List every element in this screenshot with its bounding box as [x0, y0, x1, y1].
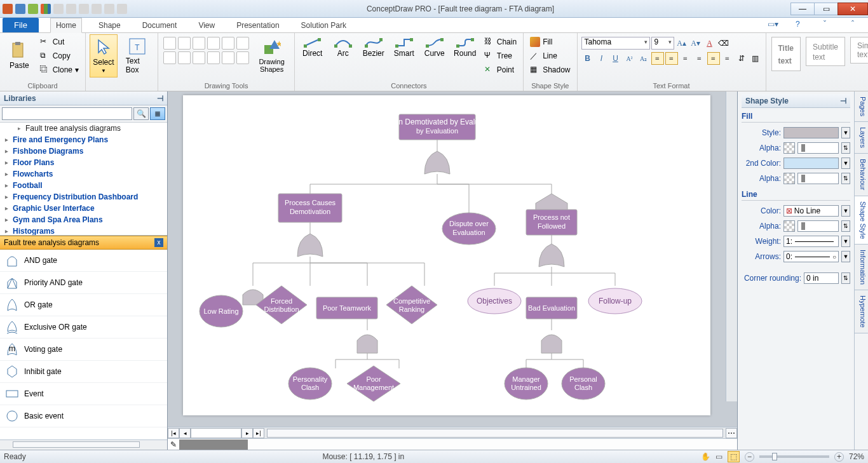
line-weight-dropdown[interactable]: ▼: [841, 236, 850, 247]
italic-button[interactable]: I: [595, 52, 608, 65]
qat-copy-icon[interactable]: [92, 4, 102, 14]
tree-item[interactable]: Football: [0, 180, 167, 191]
library-section-header[interactable]: Fault tree analysis diagrams x: [0, 236, 167, 250]
round-button[interactable]: Round: [451, 34, 479, 60]
clear-format-button[interactable]: ⌫: [717, 37, 730, 50]
line-weight[interactable]: 1:: [783, 236, 839, 247]
align-right-button[interactable]: ≡: [679, 52, 692, 65]
tab-solution-park[interactable]: Solution Park: [296, 18, 351, 32]
maximize-button[interactable]: ▭: [814, 3, 838, 15]
tree-item[interactable]: Histograms: [0, 225, 167, 236]
file-tab[interactable]: File: [3, 18, 39, 32]
zoom-out-button[interactable]: −: [745, 452, 754, 462]
line-color-dropdown[interactable]: ▼: [841, 205, 850, 217]
qat-paste-icon[interactable]: [104, 4, 114, 14]
tree-button[interactable]: ΨTree: [482, 50, 519, 62]
align-left-button[interactable]: ≡: [651, 52, 664, 65]
minimize-button[interactable]: —: [790, 3, 815, 15]
collapse-ribbon-icon[interactable]: ˇ: [824, 20, 835, 31]
fit-width-icon[interactable]: ⬚: [728, 451, 740, 462]
cut-button[interactable]: ✂Cut: [37, 36, 81, 48]
library-item-or[interactable]: OR gate: [0, 294, 167, 316]
canvas-vscroll[interactable]: [726, 91, 737, 401]
second-color-dropdown[interactable]: ▼: [841, 158, 850, 169]
zoom-in-button[interactable]: +: [834, 452, 844, 462]
paint-icon[interactable]: ✎: [170, 440, 177, 449]
library-item-basic[interactable]: Basic event: [0, 405, 167, 427]
second-alpha-slider[interactable]: [797, 173, 839, 184]
drawing-tool-grid[interactable]: [162, 34, 250, 67]
point-button[interactable]: ✕Point: [482, 64, 519, 76]
pin-icon[interactable]: ⊣: [157, 94, 163, 103]
fill-style-dropdown[interactable]: ▼: [841, 127, 850, 138]
second-color-swatch[interactable]: [783, 158, 839, 169]
app-icon[interactable]: [3, 4, 13, 14]
library-tree[interactable]: Fault tree analysis diagrams Fire and Em…: [0, 123, 167, 236]
textbox-button[interactable]: T Text Box: [120, 34, 154, 77]
library-item-pand[interactable]: Priority AND gate: [0, 272, 167, 294]
tree-item[interactable]: Flowcharts: [0, 168, 167, 180]
window-list-icon[interactable]: ▭▾: [768, 20, 779, 31]
smart-button[interactable]: Smart: [390, 34, 418, 60]
superscript-button[interactable]: A²: [623, 52, 636, 65]
list-view-button[interactable]: ≣: [150, 107, 165, 120]
tree-item[interactable]: Floor Plans: [0, 157, 167, 168]
subscript-button[interactable]: A₂: [637, 52, 650, 65]
fit-page-icon[interactable]: ▭: [715, 452, 722, 461]
corner-rounding[interactable]: 0 in: [804, 272, 839, 284]
search-button[interactable]: 🔍: [133, 107, 149, 120]
canvas-hscroll-track[interactable]: [267, 429, 723, 438]
font-color-button[interactable]: A: [703, 37, 716, 50]
rtab-pages[interactable]: Pages: [855, 91, 868, 122]
second-alpha-spin[interactable]: ⇅: [841, 173, 850, 184]
shrink-font-button[interactable]: A▾: [689, 37, 702, 50]
simple-style-button[interactable]: Simple text: [850, 37, 868, 64]
qat-grid-icon[interactable]: [41, 4, 51, 14]
sheet-next[interactable]: ▸: [241, 428, 253, 438]
line-spacing-button[interactable]: ⇵: [735, 52, 748, 65]
rtab-hypernote[interactable]: Hypernote: [855, 290, 868, 333]
grow-font-button[interactable]: A▴: [675, 37, 688, 50]
fill-button[interactable]: Fill: [527, 36, 573, 48]
hand-tool-icon[interactable]: ✋: [701, 452, 710, 461]
align-center-button[interactable]: ≡: [665, 52, 678, 65]
canvas[interactable]: Person Demotivated by Evaluation by Eval…: [168, 91, 737, 427]
line-button[interactable]: ／Line: [527, 50, 573, 62]
library-item-event[interactable]: Event: [0, 383, 167, 405]
zoom-slider[interactable]: [759, 455, 829, 458]
copy-button[interactable]: ⧉Copy: [37, 50, 81, 62]
tree-item[interactable]: Gym and Spa Area Plans: [0, 214, 167, 225]
canvas-h-options[interactable]: ⋯: [726, 428, 737, 438]
curve-button[interactable]: Curve: [421, 34, 449, 60]
zoom-level[interactable]: 72%: [849, 452, 864, 461]
qat-redo-icon[interactable]: [66, 4, 76, 14]
fill-alpha-slider[interactable]: [797, 142, 839, 154]
rtab-behaviour[interactable]: Behaviour: [855, 154, 868, 196]
close-section-icon[interactable]: x: [154, 238, 163, 247]
library-item-xor[interactable]: Exclusive OR gate: [0, 316, 167, 339]
library-item-and[interactable]: AND gate: [0, 250, 167, 272]
library-item-voting[interactable]: mVoting gate: [0, 339, 167, 361]
fill-style-swatch[interactable]: [783, 127, 839, 138]
line-arrows[interactable]: 0:○: [783, 251, 839, 262]
tab-home[interactable]: Home: [50, 18, 82, 33]
rtab-information[interactable]: Information: [855, 245, 868, 290]
color-swatch[interactable]: [247, 440, 248, 450]
title-style-button[interactable]: Title text: [771, 37, 801, 71]
direct-button[interactable]: Direct: [299, 34, 327, 60]
sheet-first[interactable]: |◂: [168, 428, 179, 438]
rtab-layers[interactable]: Layers: [855, 122, 868, 154]
paste-button[interactable]: Paste: [4, 34, 35, 77]
tab-document[interactable]: Document: [137, 18, 182, 32]
fill-alpha-spin[interactable]: ⇅: [841, 142, 850, 154]
close-button[interactable]: ✕: [837, 3, 868, 15]
qat-cut-icon[interactable]: [79, 4, 89, 14]
qat-dropdown-icon[interactable]: [117, 4, 127, 14]
tab-shape[interactable]: Shape: [93, 18, 126, 32]
search-input[interactable]: [2, 107, 132, 120]
subtitle-style-button[interactable]: Subtitle text: [806, 37, 845, 66]
align-top-button[interactable]: ≡: [693, 52, 706, 65]
shadow-button[interactable]: ▦Shadow: [527, 64, 573, 76]
tree-item[interactable]: Fire and Emergency Plans: [0, 134, 167, 145]
qat-save-icon[interactable]: [15, 4, 25, 14]
